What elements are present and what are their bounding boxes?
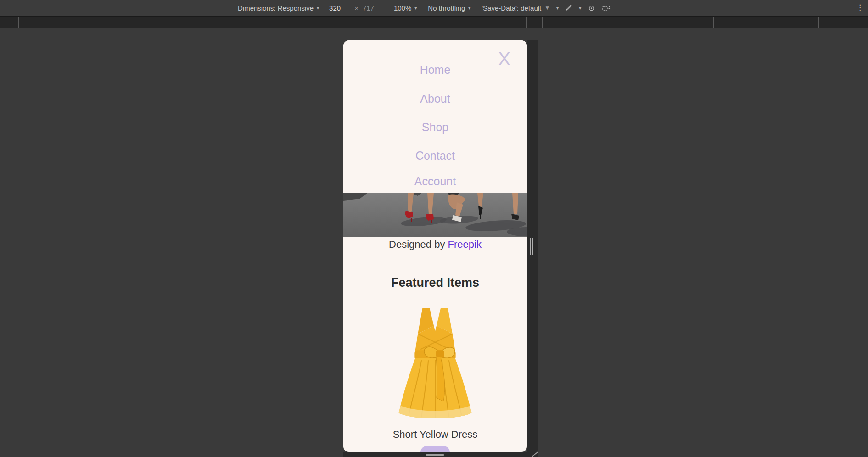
media-query-tick xyxy=(713,17,714,28)
media-query-tick xyxy=(526,17,527,28)
menu-item-account[interactable]: Account xyxy=(343,174,527,189)
product-name: Short Yellow Dress xyxy=(343,429,527,440)
media-query-tick xyxy=(328,17,328,28)
grip-bar xyxy=(426,454,444,456)
media-query-tick xyxy=(179,17,179,28)
viewport-width-input[interactable]: 320 xyxy=(329,4,341,12)
rotate-device-icon[interactable] xyxy=(602,4,612,12)
menu-item-home[interactable]: Home xyxy=(343,62,527,77)
credit-text: Designed by xyxy=(389,239,445,250)
freepik-link[interactable]: Freepik xyxy=(448,239,482,250)
chevron-down-icon[interactable]: ▾ xyxy=(556,6,559,11)
hero-image xyxy=(343,193,527,237)
chevron-down-icon[interactable]: ▾ xyxy=(414,6,417,11)
featured-items-heading: Featured Items xyxy=(343,276,527,290)
menu-item-about[interactable]: About xyxy=(343,91,527,106)
media-query-tick xyxy=(118,17,118,28)
media-query-tick xyxy=(852,17,852,28)
device-toolbar: Dimensions: Responsive ▾ 320 × 717 100% … xyxy=(0,0,868,16)
media-query-tick xyxy=(18,17,19,28)
mobile-menu-overlay: X Home About Shop Contact Account xyxy=(343,40,527,193)
viewport-resize-handle-corner[interactable] xyxy=(532,451,538,457)
more-options-button[interactable]: ⋮ xyxy=(856,3,863,12)
media-query-tick xyxy=(557,17,557,28)
menu-item-contact[interactable]: Contact xyxy=(343,148,527,163)
media-query-tick xyxy=(344,17,344,28)
media-query-tick xyxy=(314,17,314,28)
viewport-resize-handle-right[interactable] xyxy=(527,40,538,457)
devtools-window: Dimensions: Responsive ▾ 320 × 717 100% … xyxy=(0,0,868,457)
save-data-dropdown[interactable]: 'Save-Data': default xyxy=(482,4,541,12)
media-query-tick xyxy=(542,17,543,28)
product-buy-button[interactable] xyxy=(420,446,450,452)
menu-item-shop[interactable]: Shop xyxy=(343,120,527,134)
chevron-down-icon[interactable]: ▼ xyxy=(544,5,550,11)
chevron-down-icon[interactable]: ▾ xyxy=(468,6,470,11)
viewport-height-input[interactable]: 717 xyxy=(363,4,374,12)
device-viewport: Designed by Freepik Featured Items xyxy=(343,40,527,452)
media-query-bar[interactable] xyxy=(0,16,868,28)
device-toolbar-controls: Dimensions: Responsive ▾ 320 × 717 100% … xyxy=(238,0,612,16)
throttling-dropdown[interactable]: No throttling xyxy=(428,4,465,12)
viewport-resize-handle-bottom[interactable] xyxy=(343,452,538,457)
grip-line xyxy=(530,238,531,255)
grip-line xyxy=(532,238,533,255)
eye-icon[interactable] xyxy=(588,4,595,11)
stylus-pen-icon[interactable] xyxy=(565,4,572,11)
image-credit: Designed by Freepik xyxy=(343,238,527,251)
product-image-yellow-dress xyxy=(389,307,481,421)
chevron-down-icon[interactable]: ▾ xyxy=(579,6,581,11)
media-query-tick xyxy=(818,17,819,28)
zoom-dropdown[interactable]: 100% xyxy=(394,4,411,12)
dimensions-dropdown[interactable]: Dimensions: Responsive xyxy=(238,4,314,12)
chevron-down-icon[interactable]: ▾ xyxy=(317,6,319,11)
dimensions-times-separator: × xyxy=(354,4,358,12)
media-query-tick xyxy=(649,17,649,28)
